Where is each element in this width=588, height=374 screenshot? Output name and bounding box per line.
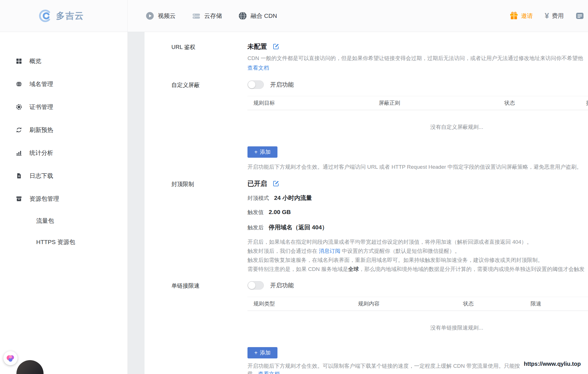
section-link-speed-limit: 单链接限速 开启功能 规则类型 规则内容 状态 限速 没有单链接限速规则... …: [145, 281, 588, 374]
section-label: 自定义屏蔽: [145, 80, 247, 171]
column-header: 规则类型: [247, 300, 352, 307]
message-subscription-link[interactable]: 消息订阅: [319, 248, 340, 254]
section-label: URL 鉴权: [145, 42, 247, 72]
logo[interactable]: 多吉云: [0, 0, 128, 32]
play-circle-icon: [146, 12, 154, 20]
edit-icon[interactable]: [273, 180, 279, 187]
cap-desc-1: 开启后，如果域名在指定时间段内流量或者平均带宽超过你设定的封顶值，将停用加速（解…: [247, 238, 588, 247]
sidebar: 概览 域名管理 证书管理 刷新预热: [0, 32, 128, 374]
sidebar-subitem-label: HTTPS 资源包: [36, 238, 75, 246]
cap-desc-2-pre: 触发封顶后，我们会通过你在: [247, 248, 319, 254]
sidebar-subitem-traffic-package[interactable]: 流量包: [0, 210, 128, 231]
cap-mode-label: 封顶模式: [247, 195, 269, 202]
link-speed-toggle[interactable]: [247, 281, 264, 290]
sidebar-item-domains[interactable]: 域名管理: [0, 72, 128, 95]
link-speed-note-2-pre: 载。: [247, 371, 258, 374]
nav-item-label: 视频云: [158, 12, 176, 20]
invite-label: 邀请: [521, 12, 533, 20]
column-header: 规则目标: [247, 99, 373, 107]
custom-block-table: 规则目标 屏蔽正则 状态 操作 没有自定义屏蔽规则...: [247, 96, 588, 144]
cap-desc-4-pre: 需要特别注意的是，如果 CDN 服务地域是: [247, 266, 348, 272]
dashboard-icon: [16, 58, 22, 64]
add-button-label: 添加: [260, 148, 271, 156]
nav-item-label: 云存储: [204, 12, 222, 20]
sidebar-subitem-label: 流量包: [36, 217, 54, 225]
sidebar-item-certificates[interactable]: 证书管理: [0, 95, 128, 118]
bar-chart-icon: [16, 150, 22, 156]
url-auth-status: 未配置: [247, 42, 267, 51]
add-rule-button[interactable]: + 添加: [247, 146, 277, 158]
certificate-seal-icon: [16, 104, 22, 110]
yen-icon: ¥: [545, 12, 549, 20]
section-url-auth: URL 鉴权 未配置 CDN 一般的文件都是可以直接访问的，但是如果你希望让链接…: [145, 42, 588, 72]
section-label: 单链接限速: [145, 281, 247, 374]
top-header: 多吉云 视频云 云存储 融合 CDN: [0, 0, 588, 32]
add-button-label: 添加: [260, 349, 271, 356]
plus-icon: +: [254, 350, 258, 356]
toggle-label: 开启功能: [270, 281, 294, 289]
plus-icon: +: [254, 149, 258, 155]
assistant-button[interactable]: [3, 351, 18, 365]
cap-desc-2: 触发封顶后，我们会通过你在 消息订阅 中设置的方式提醒你（默认是短信和微信提醒）…: [247, 247, 588, 256]
sidebar-item-label: 刷新预热: [29, 126, 53, 134]
column-header: 操作: [580, 99, 588, 107]
package-box-icon: [16, 196, 22, 202]
cap-after-value: 停用域名（返回 404）: [269, 223, 328, 231]
column-header: 状态: [457, 300, 525, 307]
main-scrollbar[interactable]: [128, 32, 145, 374]
log-file-icon: [16, 173, 22, 179]
link-speed-table: 规则类型 规则内容 状态 限速 没有单链接限速规则...: [247, 297, 588, 345]
refresh-icon: [16, 127, 22, 133]
globe-dark-icon: [238, 12, 247, 20]
empty-state-text: 没有自定义屏蔽规则...: [247, 110, 588, 144]
toggle-knob: [248, 282, 255, 289]
sidebar-item-refresh-prefetch[interactable]: 刷新预热: [0, 118, 128, 141]
main-content: URL 鉴权 未配置 CDN 一般的文件都是可以直接访问的，但是如果你希望让链接…: [145, 32, 588, 374]
cap-desc-2-post: 中设置的方式提醒你（默认是短信和微信提醒）。: [340, 248, 460, 254]
custom-block-note: 开启功能后下方规则才会生效。通过对客户端访问 URL 或者 HTTP Reque…: [247, 163, 588, 171]
nav-item-video-cloud[interactable]: 视频云: [146, 12, 176, 20]
sidebar-item-label: 概览: [29, 57, 41, 65]
sidebar-item-overview[interactable]: 概览: [0, 50, 128, 72]
nav-item-label: 融合 CDN: [251, 12, 277, 20]
sidebar-item-label: 统计分析: [29, 149, 53, 157]
nav-item-cdn[interactable]: 融合 CDN: [238, 12, 277, 20]
nav-item-cloud-storage[interactable]: 云存储: [192, 12, 222, 20]
column-header: 屏蔽正则: [373, 99, 498, 107]
add-rule-button[interactable]: + 添加: [247, 347, 277, 358]
section-cap-limit: 封顶限制 已开启 封顶模式 24 小时内流量 触发值 2.00 GB: [145, 179, 588, 274]
edit-icon[interactable]: [273, 43, 279, 50]
cap-after-label: 触发后: [247, 224, 264, 231]
url-auth-doc-link[interactable]: 查看文档: [247, 64, 269, 72]
billing-button[interactable]: ¥ 费用: [545, 12, 564, 20]
section-label: 封顶限制: [145, 179, 247, 274]
storage-icon: [192, 12, 201, 20]
link-speed-doc-link[interactable]: 查看文档: [258, 371, 280, 374]
product-nav: 视频云 云存储 融合 CDN: [146, 12, 277, 20]
cap-limit-status: 已开启: [247, 179, 267, 188]
cap-desc-3: 触发后如需恢复加速服务，在域名列表界面，重新启用域名即可。如果持续触发影响加速业…: [247, 256, 588, 265]
link-speed-note-2: 载。查看文档: [247, 370, 588, 374]
sidebar-item-log-download[interactable]: 日志下载: [0, 164, 128, 187]
docs-button[interactable]: [576, 12, 584, 20]
cap-desc-4-post: ，那么境内地域和境外地域的数据是分开计算的，需要境内或境外单独达到设置的阈值才会…: [359, 266, 585, 272]
cap-trigger-label: 触发值: [247, 209, 264, 216]
column-header: 规则内容: [352, 300, 457, 307]
sidebar-subitem-https-package[interactable]: HTTPS 资源包: [0, 231, 128, 253]
header-right: 邀请 ¥ 费用: [510, 12, 584, 20]
column-header: 限速: [525, 300, 588, 307]
brain-icon: [6, 353, 15, 363]
cap-mode-value: 24 小时内流量: [274, 194, 312, 202]
sidebar-item-statistics[interactable]: 统计分析: [0, 141, 128, 164]
gift-icon: [510, 12, 518, 20]
invite-button[interactable]: 邀请: [510, 12, 533, 20]
sidebar-item-label: 域名管理: [29, 80, 53, 88]
sidebar-item-label: 资源包管理: [29, 195, 59, 203]
cap-desc-4-bold: 全球: [348, 266, 359, 272]
url-auth-description: CDN 一般的文件都是可以直接访问的，但是如果你希望让链接变得会过期，过期后无法…: [247, 55, 588, 62]
logo-cloud-icon: [36, 9, 54, 22]
watermark-text: https://www.qyliu.top: [522, 360, 582, 368]
sidebar-item-resource-packages[interactable]: 资源包管理: [0, 187, 128, 210]
custom-block-toggle[interactable]: [247, 80, 264, 89]
column-header: 状态: [498, 99, 580, 107]
